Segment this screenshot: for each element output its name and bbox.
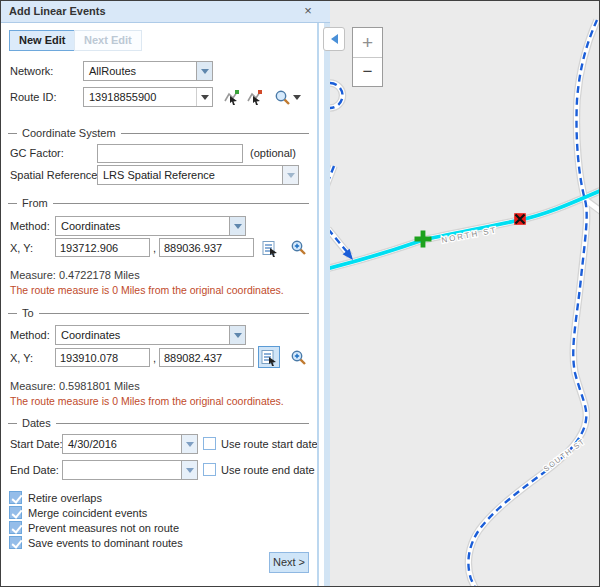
from-method-value: Coordinates (56, 217, 229, 235)
to-method-value: Coordinates (56, 326, 229, 344)
map-graphics: NORTH ST SOUTH ST (330, 0, 600, 587)
save-events-dominant-label: Save events to dominant routes (28, 537, 183, 549)
from-zoom-icon[interactable] (290, 239, 307, 258)
merge-coincident-events-checkbox[interactable] (9, 506, 22, 519)
dates-section-header: Dates (8, 417, 309, 429)
dashed-route-lines (330, 20, 597, 587)
zoom-options-caret-icon[interactable] (293, 95, 301, 100)
to-measure-text: Measure: 0.5981801 Miles (10, 380, 140, 392)
street-label-south-st: SOUTH ST (542, 436, 587, 473)
zoom-to-route-icon[interactable] (274, 89, 291, 108)
gc-factor-optional-hint: (optional) (250, 147, 296, 159)
from-section-header: From (8, 197, 309, 209)
map-canvas[interactable]: NORTH ST SOUTH ST + − (330, 0, 600, 587)
panel-titlebar: Add Linear Events × (0, 0, 330, 23)
dropdown-arrow-icon[interactable] (196, 62, 212, 80)
from-warning-text: The route measure is 0 Miles from the or… (10, 284, 284, 296)
to-method-dropdown[interactable]: Coordinates (55, 325, 246, 345)
use-route-end-date-checkbox[interactable] (203, 463, 216, 476)
add-linear-events-panel: Add Linear Events × New Edit Next Edit N… (0, 0, 317, 587)
spatial-reference-dropdown[interactable]: LRS Spatial Reference (97, 165, 299, 185)
collapse-panel-button[interactable] (323, 27, 345, 51)
gc-factor-label: GC Factor: (10, 147, 64, 159)
gc-factor-input[interactable] (97, 144, 243, 163)
to-point-marker (514, 213, 526, 225)
from-select-on-map-icon[interactable] (259, 237, 281, 259)
from-method-label: Method: (10, 220, 50, 232)
start-date-label: Start Date: (10, 438, 63, 450)
panel-splitter[interactable] (317, 23, 330, 587)
road-surfaces (330, 20, 600, 587)
use-route-start-date-checkbox[interactable] (203, 437, 216, 450)
to-section-header: To (8, 307, 309, 319)
pick-route-red-icon[interactable] (247, 89, 263, 107)
close-icon[interactable]: × (301, 3, 315, 19)
route-id-value: 13918855900 (84, 88, 196, 106)
spatial-reference-value: LRS Spatial Reference (98, 166, 282, 184)
to-xy-label: X, Y: (10, 352, 33, 364)
to-y-input[interactable] (159, 348, 254, 367)
dropdown-arrow-icon[interactable] (229, 217, 245, 235)
route-id-combobox[interactable]: 13918855900 (83, 87, 213, 107)
next-button[interactable]: Next > (269, 552, 309, 573)
use-route-start-date-label: Use route start date (221, 438, 318, 450)
from-xy-label: X, Y: (10, 242, 33, 254)
end-date-label: End Date: (10, 464, 59, 476)
from-y-input[interactable] (159, 238, 254, 257)
spatial-reference-label: Spatial Reference: (10, 169, 101, 181)
dropdown-arrow-icon[interactable] (229, 326, 245, 344)
retire-overlaps-checkbox[interactable] (9, 491, 22, 504)
from-x-input[interactable] (55, 238, 150, 257)
zoom-in-button[interactable]: + (353, 28, 382, 57)
end-date-value (63, 461, 181, 479)
merge-coincident-events-label: Merge coincident events (28, 507, 147, 519)
page-title: Add Linear Events (9, 5, 106, 17)
selected-route-highlight (330, 190, 600, 269)
map-zoom-control: + − (352, 27, 383, 87)
dropdown-arrow-icon[interactable] (196, 88, 212, 106)
xy-separator: , (153, 242, 156, 254)
prevent-measures-checkbox[interactable] (9, 521, 22, 534)
save-events-dominant-checkbox[interactable] (9, 536, 22, 549)
xy-separator: , (153, 352, 156, 364)
start-date-dropdown[interactable]: 4/30/2016 (62, 434, 198, 454)
from-measure-text: Measure: 0.4722178 Miles (10, 269, 140, 281)
to-zoom-icon[interactable] (290, 349, 307, 368)
dropdown-arrow-icon[interactable] (181, 435, 197, 453)
dropdown-arrow-icon (282, 166, 298, 184)
retire-overlaps-label: Retire overlaps (28, 492, 102, 504)
route-id-label: Route ID: (10, 91, 56, 103)
road-casings (330, 20, 600, 587)
coordinate-system-section-header: Coordinate System (8, 127, 309, 139)
network-label: Network: (10, 65, 53, 77)
dropdown-arrow-icon[interactable] (181, 461, 197, 479)
to-method-label: Method: (10, 329, 50, 341)
network-dropdown[interactable]: AllRoutes (83, 61, 213, 81)
zoom-out-button[interactable]: − (353, 57, 382, 86)
pick-route-green-icon[interactable] (224, 89, 240, 107)
end-date-dropdown[interactable] (62, 460, 198, 480)
to-warning-text: The route measure is 0 Miles from the or… (10, 395, 284, 407)
new-edit-button[interactable]: New Edit (9, 30, 75, 51)
network-value: AllRoutes (84, 62, 196, 80)
next-edit-button[interactable]: Next Edit (74, 30, 142, 51)
start-date-value: 4/30/2016 (63, 435, 181, 453)
to-select-on-map-icon[interactable] (258, 346, 280, 368)
use-route-end-date-label: Use route end date (221, 464, 315, 476)
chevron-left-icon (331, 34, 338, 44)
prevent-measures-label: Prevent measures not on route (28, 522, 179, 534)
to-x-input[interactable] (55, 348, 150, 367)
from-method-dropdown[interactable]: Coordinates (55, 216, 246, 236)
